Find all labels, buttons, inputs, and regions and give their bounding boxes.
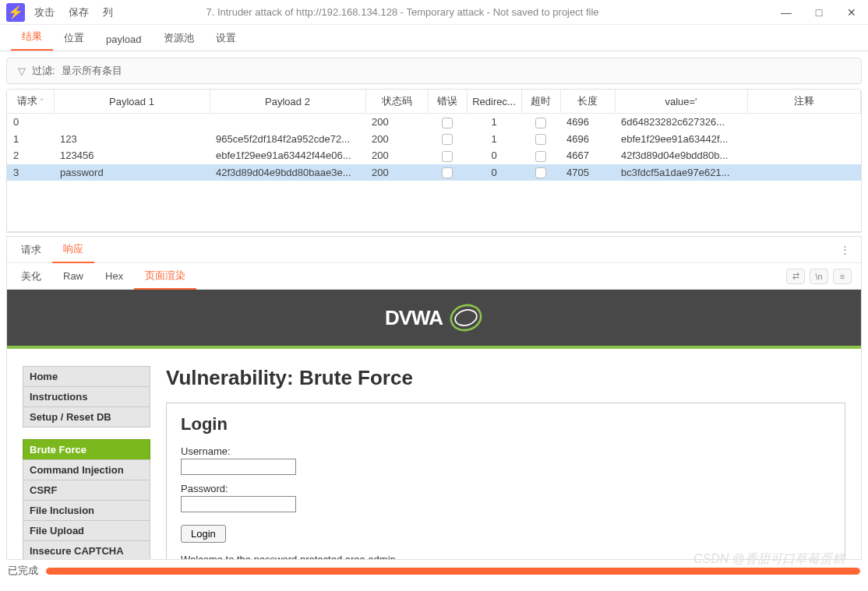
dvwa-main: Vulnerability: Brute Force Login Usernam… <box>166 366 845 559</box>
timeout-checkbox <box>535 167 546 178</box>
username-input[interactable] <box>181 459 296 475</box>
maximize-button[interactable]: □ <box>803 0 835 25</box>
col-header-0[interactable]: 请求 <box>7 90 54 114</box>
status-text: 已完成 <box>8 564 38 578</box>
sidebar-item[interactable]: Instructions <box>23 386 150 407</box>
timeout-checkbox <box>535 151 546 162</box>
sidebar-item[interactable]: Brute Force <box>23 439 150 460</box>
title-bar: ⚡ 攻击 保存 列 7. Intruder attack of http://1… <box>0 0 868 25</box>
error-checkbox <box>442 151 453 162</box>
error-checkbox <box>442 118 453 128</box>
password-label: Password: <box>181 483 831 494</box>
menu-attack[interactable]: 攻击 <box>34 5 55 19</box>
window-title: 7. Intruder attack of http://192.168.134… <box>113 6 770 18</box>
filter-text: 显示所有条目 <box>62 64 122 78</box>
menu-save[interactable]: 保存 <box>69 5 89 19</box>
col-header-3[interactable]: 状态码 <box>365 90 428 114</box>
dvwa-logo-text: DVWA <box>385 306 443 330</box>
render-tool-0[interactable]: ⇄ <box>786 269 805 284</box>
col-header-7[interactable]: 长度 <box>560 90 615 114</box>
menu-columns[interactable]: 列 <box>103 5 113 19</box>
col-header-6[interactable]: 超时 <box>521 90 560 114</box>
dvwa-sidebar: HomeInstructionsSetup / Reset DBBrute Fo… <box>23 366 150 559</box>
tab-0[interactable]: 结果 <box>11 24 53 51</box>
main-tabs: 结果位置payload资源池设置 <box>0 25 868 51</box>
window-controls: — □ ✕ <box>770 0 868 25</box>
view-tab-3[interactable]: 页面渲染 <box>134 263 196 290</box>
sidebar-item[interactable]: Setup / Reset DB <box>23 406 150 427</box>
sidebar-item[interactable]: Insecure CAPTCHA <box>23 540 150 559</box>
sidebar-item[interactable]: File Inclusion <box>23 500 150 521</box>
svg-point-1 <box>453 308 478 328</box>
table-row[interactable]: 3password42f3d89d04e9bdd80baae3e...20004… <box>7 164 861 181</box>
sidebar-item[interactable]: Home <box>23 366 150 387</box>
sidebar-item[interactable]: CSRF <box>23 480 150 501</box>
view-tab-0[interactable]: 美化 <box>10 264 52 289</box>
filter-bar[interactable]: ▽ 过滤: 显示所有条目 <box>6 58 862 84</box>
welcome-message: Welcome to the password protected area a… <box>181 554 831 559</box>
timeout-checkbox <box>535 134 546 145</box>
svg-point-0 <box>449 302 483 334</box>
dvwa-page: DVWA HomeInstructionsSetup / Reset DBBru… <box>7 290 861 559</box>
dvwa-logo: DVWA <box>385 301 483 335</box>
render-tool-1[interactable]: \n <box>810 269 828 284</box>
timeout-checkbox <box>535 118 546 128</box>
app-icon: ⚡ <box>6 3 25 22</box>
reqresp-tab-1[interactable]: 响应 <box>52 237 94 263</box>
table-row[interactable]: 2123456ebfe1f29ee91a63442f44e06...200046… <box>7 147 861 164</box>
view-tab-1[interactable]: Raw <box>52 265 94 287</box>
filter-icon: ▽ <box>18 65 26 77</box>
status-bar: 已完成 <box>0 560 868 582</box>
lower-pane: 请求响应⋮ 美化RawHex页面渲染⇄\n≡ DVWA HomeInstruct… <box>6 237 862 560</box>
login-heading: Login <box>181 414 831 434</box>
tab-3[interactable]: 资源池 <box>153 26 205 51</box>
progress-bar <box>46 568 860 575</box>
results-table-area: 请求Payload 1Payload 2状态码错误Redirec...超时长度v… <box>6 89 862 232</box>
login-box: Login Username: Password: Login Welcome … <box>166 403 845 559</box>
col-header-4[interactable]: 错误 <box>428 90 467 114</box>
view-mode-tabs: 美化RawHex页面渲染⇄\n≡ <box>7 263 861 290</box>
page-title: Vulnerability: Brute Force <box>166 366 845 390</box>
minimize-button[interactable]: — <box>770 0 803 25</box>
render-view[interactable]: DVWA HomeInstructionsSetup / Reset DBBru… <box>7 290 861 559</box>
tab-4[interactable]: 设置 <box>205 26 247 51</box>
tab-2[interactable]: payload <box>95 28 153 51</box>
col-header-9[interactable]: 注释 <box>747 90 861 114</box>
col-header-8[interactable]: value=' <box>615 90 747 114</box>
request-response-tabs: 请求响应⋮ <box>7 237 861 263</box>
tab-1[interactable]: 位置 <box>53 26 95 51</box>
error-checkbox <box>442 167 453 178</box>
view-tab-2[interactable]: Hex <box>94 265 134 287</box>
results-table[interactable]: 请求Payload 1Payload 2状态码错误Redirec...超时长度v… <box>7 90 861 181</box>
table-row[interactable]: 1123965ce5f2df184f2a952cde72...20014696e… <box>7 131 861 148</box>
col-header-2[interactable]: Payload 2 <box>210 90 365 114</box>
col-header-1[interactable]: Payload 1 <box>54 90 210 114</box>
close-button[interactable]: ✕ <box>835 0 868 25</box>
username-label: Username: <box>181 445 831 457</box>
login-button[interactable]: Login <box>181 525 226 543</box>
dvwa-swoosh-icon <box>449 301 483 335</box>
render-tool-2[interactable]: ≡ <box>833 269 852 284</box>
sidebar-item[interactable]: File Upload <box>23 520 150 541</box>
filter-label: 过滤: <box>32 64 55 78</box>
reqresp-tab-0[interactable]: 请求 <box>10 237 52 262</box>
dvwa-body: HomeInstructionsSetup / Reset DBBrute Fo… <box>7 349 861 559</box>
render-tools: ⇄\n≡ <box>786 269 858 284</box>
col-header-5[interactable]: Redirec... <box>467 90 521 114</box>
more-icon[interactable]: ⋮ <box>840 244 858 255</box>
progress-fill <box>46 568 860 575</box>
sidebar-item[interactable]: Command Injection <box>23 459 150 480</box>
dvwa-header: DVWA <box>7 290 861 349</box>
table-row[interactable]: 0200146966d64823282c627326... <box>7 114 861 131</box>
error-checkbox <box>442 134 453 145</box>
password-input[interactable] <box>181 496 296 512</box>
title-menu: 攻击 保存 列 <box>34 5 113 19</box>
